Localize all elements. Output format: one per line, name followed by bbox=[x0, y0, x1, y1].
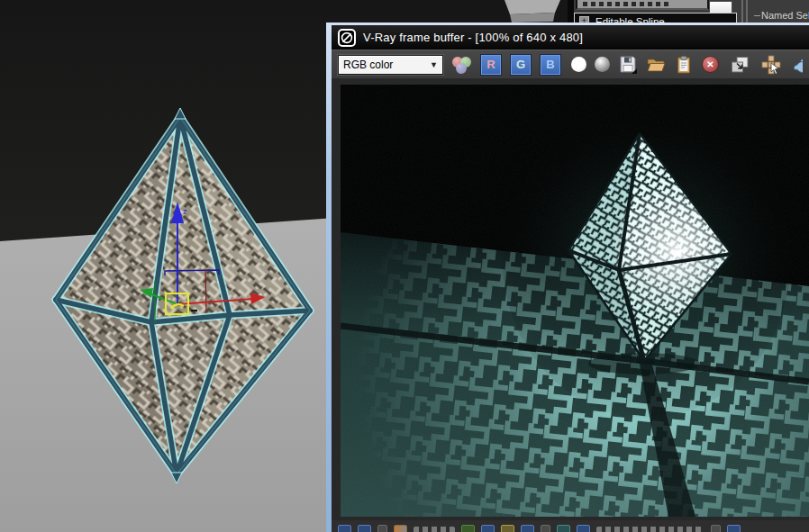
panel-edge bbox=[568, 0, 574, 24]
panel-divider bbox=[746, 0, 748, 23]
background-box-object[interactable] bbox=[504, 0, 560, 23]
save-image-button[interactable] bbox=[618, 55, 638, 75]
red-channel-button[interactable]: R bbox=[480, 54, 502, 76]
rgb-channels-icon[interactable] bbox=[451, 55, 472, 75]
panel-divider bbox=[741, 0, 743, 23]
toolbar-icon-stub[interactable] bbox=[557, 525, 570, 532]
window-title: V-Ray frame buffer - [100% of 640 x 480] bbox=[363, 31, 583, 44]
green-channel-button[interactable]: G bbox=[510, 54, 532, 76]
track-mouse-button[interactable] bbox=[761, 55, 781, 75]
blue-channel-button[interactable]: B bbox=[540, 54, 561, 76]
toolbar-icon-stub[interactable] bbox=[377, 525, 387, 532]
channel-select-value: RGB color bbox=[339, 59, 430, 71]
monochrome-button[interactable] bbox=[595, 57, 610, 72]
groupbox-corner bbox=[754, 15, 760, 21]
toolbar-icon-stub[interactable] bbox=[501, 525, 514, 532]
toolbar-text-stub bbox=[414, 527, 455, 532]
toolbar-icon-stub[interactable] bbox=[481, 525, 495, 532]
screen: z bbox=[0, 0, 809, 532]
toolbar-icon-stub[interactable] bbox=[461, 525, 475, 532]
vfb-toolbar: RGB color ▼ R G B bbox=[332, 50, 809, 79]
duplicate-buffer-button[interactable] bbox=[730, 55, 750, 75]
modifier-list-cut-text bbox=[583, 2, 669, 6]
clear-image-button[interactable]: ✕ bbox=[702, 56, 719, 73]
toolbar-icon-stub[interactable] bbox=[521, 525, 534, 532]
vfb-titlebar[interactable]: V-Ray frame buffer - [100% of 640 x 480] bbox=[332, 25, 809, 50]
vfb-render-area bbox=[332, 79, 809, 520]
gizmo-z-label: z bbox=[183, 207, 187, 216]
vfb-bottom-toolbar bbox=[332, 520, 809, 532]
toolbar-text-stub bbox=[596, 527, 704, 532]
vray-logo-icon bbox=[338, 29, 356, 47]
toolbar-icon-stub[interactable] bbox=[711, 525, 721, 532]
modifier-list-dropdown[interactable] bbox=[576, 0, 709, 10]
teapot-render-icon[interactable] bbox=[791, 55, 803, 75]
vray-frame-buffer-window: V-Ray frame buffer - [100% of 640 x 480]… bbox=[326, 23, 809, 532]
toolbar-icon-stub[interactable] bbox=[338, 525, 351, 532]
clipboard-button[interactable] bbox=[674, 55, 694, 75]
toolbar-icon-stub[interactable] bbox=[394, 525, 407, 532]
toolbar-icon-stub[interactable] bbox=[727, 525, 741, 532]
rendered-image bbox=[341, 85, 809, 517]
toolbar-icon-stub[interactable] bbox=[541, 525, 550, 532]
open-folder-button[interactable] bbox=[646, 55, 666, 75]
alpha-channel-button[interactable] bbox=[571, 57, 586, 72]
toolbar-icon-stub[interactable] bbox=[358, 525, 371, 532]
chevron-down-icon: ▼ bbox=[430, 60, 442, 69]
toolbar-icon-stub[interactable] bbox=[577, 525, 590, 532]
command-panel-fragment: + Editable Spline Named Sel bbox=[574, 0, 809, 23]
channel-select-dropdown[interactable]: RGB color ▼ bbox=[338, 55, 443, 75]
named-selection-group-label: Named Sel bbox=[754, 10, 809, 21]
